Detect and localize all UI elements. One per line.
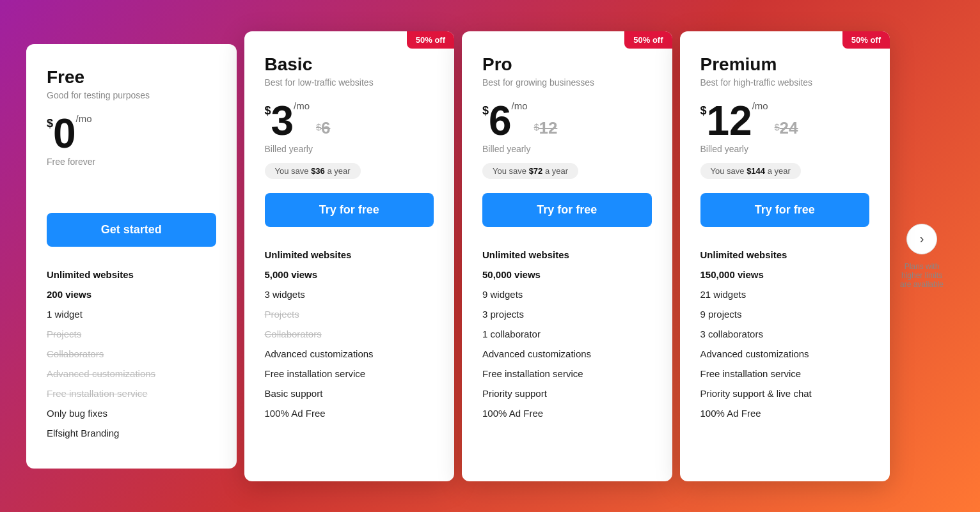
features-list: Unlimited websites5,000 views3 widgetsPr… — [265, 245, 434, 423]
discount-badge: 50% off — [407, 31, 454, 49]
price-amount: 6 — [489, 100, 512, 141]
feature-item: 21 widgets — [700, 284, 870, 304]
billing-note: Billed yearly — [482, 144, 652, 154]
feature-item: 100% Ad Free — [700, 403, 870, 423]
feature-item: Unlimited websites — [700, 245, 870, 265]
next-plans-label: Plans with higher limits are available — [896, 262, 947, 289]
cta-button[interactable]: Try for free — [482, 193, 652, 227]
feature-item: 3 widgets — [265, 284, 434, 304]
plan-name: Basic — [265, 54, 434, 75]
feature-item: Priority support & live chat — [700, 384, 870, 403]
feature-item: Free installation service — [700, 364, 870, 384]
plan-name: Premium — [700, 54, 870, 75]
feature-item: 200 views — [47, 284, 216, 304]
plan-tagline: Best for growing businesses — [482, 77, 652, 88]
original-currency: $ — [775, 122, 780, 132]
billing-note: Free forever — [47, 157, 216, 167]
plan-name: Pro — [482, 54, 652, 75]
feature-item: 9 projects — [700, 304, 870, 324]
feature-item: 100% Ad Free — [482, 403, 652, 423]
price-main: $ 0 /mo — [47, 113, 92, 154]
pricing-section: FreeGood for testing purposes $ 0 /mo Fr… — [26, 31, 954, 481]
savings-badge: You save $36 a year — [265, 163, 361, 179]
price-row: $ 12 /mo $ 24 — [700, 100, 870, 141]
price-period: /mo — [752, 100, 768, 111]
price-currency: $ — [700, 104, 707, 118]
price-main: $ 6 /mo — [482, 100, 528, 141]
feature-item: Free installation service — [265, 364, 434, 384]
feature-item: 3 collaborators — [700, 324, 870, 344]
feature-item: Projects — [47, 324, 216, 344]
next-plans-arrow-wrapper: › Plans with higher limits are available — [890, 31, 954, 481]
plan-tagline: Best for low-traffic websites — [265, 77, 434, 88]
price-amount: 3 — [271, 100, 294, 141]
feature-item: 50,000 views — [482, 265, 652, 284]
price-amount: 12 — [707, 100, 752, 141]
price-currency: $ — [47, 117, 53, 130]
feature-item: Elfsight Branding — [47, 423, 216, 443]
feature-item: Advanced customizations — [47, 364, 216, 384]
feature-item: Only bug fixes — [47, 403, 216, 423]
feature-item: Free installation service — [47, 384, 216, 403]
price-amount: 0 — [53, 113, 76, 154]
price-row: $ 0 /mo — [47, 113, 216, 154]
feature-item: 3 projects — [482, 304, 652, 324]
savings-badge: You save $144 a year — [700, 163, 801, 179]
price-period: /mo — [76, 113, 92, 124]
feature-item: 150,000 views — [700, 265, 870, 284]
original-amount: 24 — [780, 120, 798, 136]
plan-card-premium: 50% offPremiumBest for high-traffic webs… — [680, 31, 890, 481]
plan-card-free: FreeGood for testing purposes $ 0 /mo Fr… — [26, 44, 237, 469]
feature-item: Priority support — [482, 384, 652, 403]
plan-name: Free — [47, 67, 216, 88]
price-original: $ 24 — [775, 120, 798, 136]
feature-item: Unlimited websites — [47, 265, 216, 284]
feature-item: Collaborators — [47, 344, 216, 364]
billing-note: Billed yearly — [700, 144, 870, 154]
feature-item: Advanced customizations — [700, 344, 870, 364]
feature-item: Projects — [265, 304, 434, 324]
cta-button[interactable]: Get started — [47, 213, 216, 247]
cta-button[interactable]: Try for free — [700, 193, 870, 227]
feature-item: Advanced customizations — [482, 344, 652, 364]
original-currency: $ — [534, 122, 539, 132]
discount-badge: 50% off — [842, 31, 890, 49]
price-period: /mo — [512, 100, 528, 111]
features-list: Unlimited websites200 views1 widgetProje… — [47, 265, 216, 443]
price-row: $ 3 /mo $ 6 — [265, 100, 434, 141]
plan-tagline: Good for testing purposes — [47, 90, 216, 100]
feature-item: 9 widgets — [482, 284, 652, 304]
feature-item: 1 collaborator — [482, 324, 652, 344]
billing-note: Billed yearly — [265, 144, 434, 154]
original-amount: 6 — [321, 120, 330, 136]
feature-item: Collaborators — [265, 324, 434, 344]
feature-item: 1 widget — [47, 304, 216, 324]
price-period: /mo — [294, 100, 310, 111]
plan-tagline: Best for high-traffic websites — [700, 77, 870, 88]
price-original: $ 6 — [316, 120, 330, 136]
discount-badge: 50% off — [624, 31, 672, 49]
price-currency: $ — [265, 104, 271, 118]
feature-item: Advanced customizations — [265, 344, 434, 364]
price-row: $ 6 /mo $ 12 — [482, 100, 652, 141]
next-plans-button[interactable]: › — [906, 224, 937, 254]
savings-badge: You save $72 a year — [482, 163, 578, 179]
plan-card-basic: 50% offBasicBest for low-traffic website… — [244, 31, 455, 481]
price-main: $ 3 /mo — [265, 100, 310, 141]
price-original: $ 12 — [534, 120, 558, 136]
original-currency: $ — [316, 122, 321, 132]
price-currency: $ — [482, 104, 489, 118]
cta-button[interactable]: Try for free — [265, 193, 434, 227]
feature-item: 5,000 views — [265, 265, 434, 284]
plan-card-pro: 50% offProBest for growing businesses $ … — [462, 31, 672, 481]
feature-item: Basic support — [265, 384, 434, 403]
price-main: $ 12 /mo — [700, 100, 768, 141]
feature-item: 100% Ad Free — [265, 403, 434, 423]
feature-item: Free installation service — [482, 364, 652, 384]
features-list: Unlimited websites50,000 views9 widgets3… — [482, 245, 652, 423]
feature-item: Unlimited websites — [482, 245, 652, 265]
features-list: Unlimited websites150,000 views21 widget… — [700, 245, 870, 423]
original-amount: 12 — [539, 120, 557, 136]
feature-item: Unlimited websites — [265, 245, 434, 265]
